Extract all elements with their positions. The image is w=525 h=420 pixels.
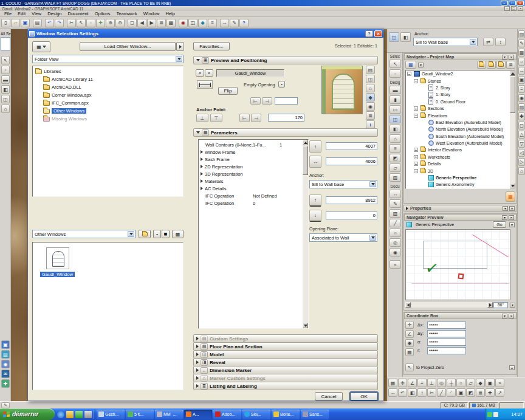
go-button[interactable]: Go xyxy=(493,221,506,228)
pan-icon[interactable]: ✛ xyxy=(96,19,105,27)
snap-parallel-icon[interactable]: ≡ xyxy=(417,379,427,387)
panel-tab-icon[interactable]: ◉ xyxy=(1,360,10,368)
minimize-icon[interactable]: − xyxy=(501,1,508,5)
edit-mirror-icon[interactable]: ◧ xyxy=(408,388,417,397)
trace-icon[interactable]: ◫ xyxy=(188,19,197,27)
task-button[interactable]: Sky... xyxy=(242,410,270,419)
3d-preview-icon[interactable]: ◆ xyxy=(366,93,375,102)
large-icons-view-button[interactable]: ◼ xyxy=(162,230,170,238)
dialog-close-button[interactable]: × xyxy=(374,30,382,37)
fill-tool-icon[interactable]: ▧ xyxy=(389,209,401,218)
side-icon[interactable]: ◻ xyxy=(518,122,525,129)
edit-move-icon[interactable]: ↔ xyxy=(388,388,397,397)
folder-view-combo[interactable]: Folder View xyxy=(32,55,184,63)
panel-menu-icon[interactable]: ▾ xyxy=(502,215,507,220)
parameter-value[interactable]: Not Defined xyxy=(253,193,277,199)
cut-icon[interactable]: ✂ xyxy=(67,19,76,27)
annotate-icon[interactable]: ✎ xyxy=(230,19,239,27)
expand-icon[interactable] xyxy=(201,179,203,183)
help-button[interactable]: ? xyxy=(365,30,373,37)
story-icon[interactable]: ≡ xyxy=(208,19,217,27)
tree-item[interactable]: 0. Ground Floor xyxy=(406,98,515,105)
scroll-left-icon[interactable] xyxy=(405,302,411,308)
section-preview-icon[interactable]: ◫ xyxy=(366,75,375,83)
expand-icon[interactable] xyxy=(201,187,203,190)
tree-item[interactable]: Elevations xyxy=(406,112,515,119)
app-minimize-icon[interactable]: − xyxy=(504,6,510,11)
snap-lock-icon[interactable]: ▣ xyxy=(486,379,495,387)
section-model[interactable]: ◫Model xyxy=(193,350,378,359)
window-width-input[interactable] xyxy=(326,157,377,165)
folder-up-button[interactable] xyxy=(139,230,151,238)
menu-options[interactable]: Options xyxy=(92,11,114,16)
edit-fillet-icon[interactable]: ◜ xyxy=(447,388,456,397)
expand-icon[interactable] xyxy=(414,148,418,152)
view-mode-button[interactable]: ▦ xyxy=(32,41,50,52)
start-button[interactable]: démarrer xyxy=(0,408,55,420)
plan-preview-icon[interactable]: ▤ xyxy=(366,66,375,74)
chevron-down-icon[interactable] xyxy=(128,231,134,237)
dim-vertical-icon[interactable]: ⊣ xyxy=(262,97,272,105)
reference-menu-icon[interactable]: ▾ xyxy=(509,365,515,370)
stair-icon[interactable]: ≡ xyxy=(389,144,401,153)
panel-menu-icon[interactable]: ▾ xyxy=(502,314,507,318)
notes-preview-icon[interactable]: ≣ xyxy=(366,111,375,120)
section-dimension-marker[interactable]: ↔Dimension Marker xyxy=(193,366,378,374)
elevation-preview-icon[interactable]: ⌂ xyxy=(366,84,375,92)
panel-tab-icon[interactable]: ▣ xyxy=(1,340,10,349)
parameter-row[interactable]: IFC OperationNot Defined xyxy=(200,192,308,199)
edit-order-icon[interactable]: ◩ xyxy=(466,388,475,397)
panel-menu-icon[interactable]: ▾ xyxy=(502,55,507,60)
parameter-value[interactable]: 0 xyxy=(253,201,255,206)
app-restore-icon[interactable]: □ xyxy=(511,6,516,11)
scroll-up-icon[interactable] xyxy=(303,140,308,145)
snap-guides-icon[interactable]: ✛ xyxy=(398,379,407,387)
project-map-icon[interactable]: ▦ xyxy=(405,61,416,69)
cartesian-icon[interactable]: ✛ xyxy=(405,321,414,329)
snap-more-icon[interactable]: » xyxy=(495,379,504,387)
tree-item[interactable]: Worksheets xyxy=(406,154,515,160)
open-file-icon[interactable]: ▱ xyxy=(11,19,20,27)
window-height-input[interactable] xyxy=(326,142,377,150)
edit-stretch-icon[interactable]: ↕ xyxy=(417,388,427,397)
wall-tool-icon[interactable]: ▬ xyxy=(1,75,10,84)
mesh-icon[interactable]: ▨ xyxy=(389,173,401,182)
side-icon[interactable]: ○ xyxy=(518,58,525,66)
task-button[interactable]: Gesti... xyxy=(97,410,125,419)
dimension-tool-icon[interactable]: ↔ xyxy=(389,190,401,198)
door-icon[interactable]: ◧ xyxy=(389,125,401,133)
menu-teamwork[interactable]: Teamwork xyxy=(114,11,140,16)
task-button[interactable]: Boîte... xyxy=(272,410,300,419)
window-tool-icon[interactable]: ◫ xyxy=(1,95,10,103)
grid-snap-icon[interactable]: ▦ xyxy=(405,348,414,356)
arrow-tool-icon[interactable]: ↖ xyxy=(1,56,10,64)
camera-arrow-icon[interactable]: ✓ xyxy=(424,258,440,279)
layers-icon[interactable]: ≣ xyxy=(157,19,166,27)
load-other-window-button[interactable]: Load Other Window... xyxy=(80,42,176,51)
polar-icon[interactable]: ∠ xyxy=(405,330,414,338)
side-icon[interactable]: ✎ xyxy=(518,40,525,47)
tree-item[interactable]: North Elevation (Autorebuild Model) xyxy=(406,126,515,133)
window-icon[interactable]: ◫ xyxy=(389,115,401,123)
camera-tool-icon[interactable]: ◉ xyxy=(389,248,401,256)
empty-opening-toggle[interactable]: ▪ xyxy=(278,81,285,88)
expand-icon[interactable] xyxy=(414,162,418,166)
edit-magic-icon[interactable]: ✚ xyxy=(486,388,495,397)
relative-icon[interactable]: ◉ xyxy=(405,339,414,347)
go-menu-icon[interactable]: ▾ xyxy=(509,222,515,227)
anchor-field-combo[interactable]: Sill to Wall base xyxy=(309,180,377,188)
side-icon[interactable]: ▨ xyxy=(518,103,525,111)
edit-split-icon[interactable]: ╱ xyxy=(437,388,446,397)
parameter-row[interactable]: AC Details xyxy=(200,185,308,192)
tree-item[interactable]: Stories xyxy=(406,77,515,84)
snap-special-icon[interactable]: ◆ xyxy=(476,379,485,387)
side-icon[interactable]: ◁ xyxy=(518,149,525,157)
select-arrow-icon[interactable]: ↖ xyxy=(389,60,401,68)
edit-group-icon[interactable]: ▣ xyxy=(456,388,465,397)
menu-window[interactable]: Window xyxy=(140,11,163,16)
side-icon[interactable]: △ xyxy=(518,131,525,139)
circle-tool-icon[interactable]: ○ xyxy=(389,229,401,237)
panel-menu-icon[interactable]: ▾ xyxy=(503,206,508,211)
side-icon[interactable]: ▽ xyxy=(518,140,525,148)
navigator-scrollbar[interactable] xyxy=(510,71,515,188)
